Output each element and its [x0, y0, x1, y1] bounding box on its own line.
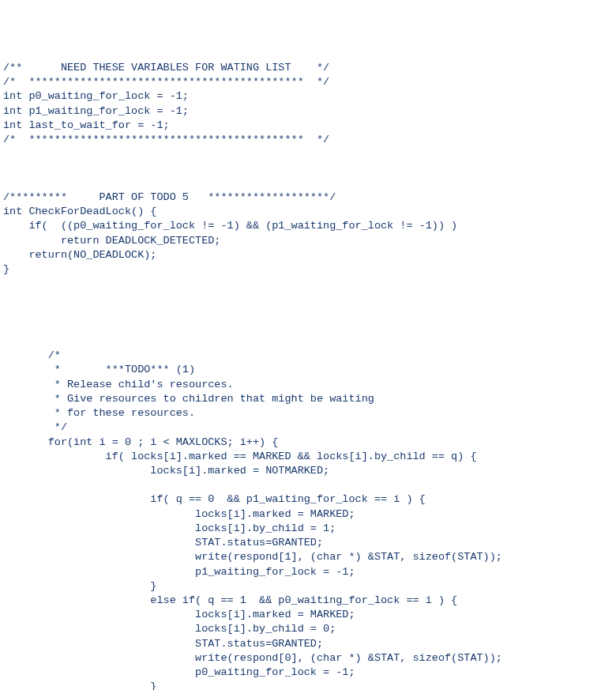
code-line: int p1_waiting_for_lock = -1;: [3, 105, 189, 117]
code-line: STAT.status=GRANTED;: [3, 537, 323, 549]
code-line: locks[i].by_child = 1;: [3, 522, 336, 534]
code-line: * Release child's resources.: [3, 379, 234, 390]
code-line: int CheckForDeadLock() {: [3, 205, 156, 217]
code-line: }: [3, 263, 9, 275]
code-line: locks[i].by_child = 0;: [3, 623, 336, 635]
code-block: /** NEED THESE VARIABLES FOR WATING LIST…: [3, 61, 613, 690]
code-line: write(respond[0], (char *) &STAT, sizeof…: [3, 652, 502, 664]
code-line: if( locks[i].marked == MARKED && locks[i…: [3, 451, 477, 462]
code-line: /* *************************************…: [3, 76, 329, 88]
code-line: * for these resources.: [3, 407, 195, 419]
code-line: /* *************************************…: [3, 134, 329, 145]
code-line: * ***TODO*** (1): [3, 364, 195, 375]
code-line: }: [3, 580, 156, 592]
code-line: else if( q == 1 && p0_waiting_for_lock =…: [3, 594, 457, 606]
code-line: * Give resources to children that might …: [3, 393, 374, 405]
code-line: return DEADLOCK_DETECTED;: [3, 235, 220, 247]
code-line: locks[i].marked = NOTMARKED;: [3, 465, 329, 477]
code-line: int p0_waiting_for_lock = -1;: [3, 90, 189, 102]
code-line: p0_waiting_for_lock = -1;: [3, 666, 355, 678]
code-line: write(respond[1], (char *) &STAT, sizeof…: [3, 551, 502, 563]
code-line: if( ((p0_waiting_for_lock != -1) && (p1_…: [3, 220, 457, 232]
code-line: /** NEED THESE VARIABLES FOR WATING LIST…: [3, 62, 329, 74]
code-line: /*: [3, 349, 61, 361]
code-line: return(NO_DEADLOCK);: [3, 249, 156, 261]
code-line: p1_waiting_for_lock = -1;: [3, 566, 355, 578]
code-line: */: [3, 421, 67, 433]
code-line: locks[i].marked = MARKED;: [3, 508, 355, 520]
code-line: /********* PART OF TODO 5 **************…: [3, 191, 336, 203]
code-line: locks[i].marked = MARKED;: [3, 609, 355, 620]
code-line: }: [3, 681, 156, 690]
code-line: int last_to_wait_for = -1;: [3, 119, 170, 131]
code-line: if( q == 0 && p1_waiting_for_lock == i )…: [3, 493, 426, 505]
code-line: for(int i = 0 ; i < MAXLOCKS; i++) {: [3, 436, 278, 448]
code-line: STAT.status=GRANTED;: [3, 638, 323, 650]
